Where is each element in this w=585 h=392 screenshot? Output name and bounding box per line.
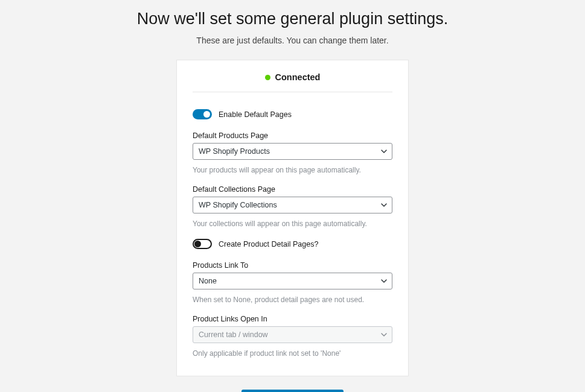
- products-link-to-label: Products Link To: [193, 261, 392, 270]
- links-open-in-select: Current tab / window: [193, 326, 392, 343]
- products-page-select[interactable]: WP Shopify Products: [193, 143, 392, 160]
- page-subtitle: These are just defaults. You can change …: [196, 36, 388, 45]
- links-open-in-label: Product Links Open In: [193, 315, 392, 323]
- collections-page-label: Default Collections Page: [193, 185, 392, 194]
- products-page-label: Default Products Page: [193, 131, 392, 140]
- products-link-to-help: When set to None, product detail pages a…: [193, 296, 392, 304]
- page-title: Now we'll set some general plugin settin…: [137, 10, 448, 28]
- collections-page-select[interactable]: WP Shopify Collections: [193, 197, 392, 213]
- products-link-to-select[interactable]: None: [193, 273, 392, 289]
- create-detail-pages-label: Create Product Detail Pages?: [219, 240, 318, 248]
- footer-nav: Previous Step Continue to Next Step: [176, 390, 409, 392]
- toggle-knob-icon: [194, 241, 201, 247]
- status-text: Connected: [275, 72, 321, 82]
- collections-page-help: Your collections will appear on this pag…: [193, 220, 392, 228]
- connection-status: Connected: [193, 72, 392, 92]
- products-page-help: Your products will appear on this page a…: [193, 166, 392, 174]
- links-open-in-help: Only applicable if product link not set …: [193, 349, 392, 358]
- continue-button[interactable]: Continue to Next Step: [241, 390, 344, 392]
- toggle-knob-icon: [203, 111, 210, 118]
- status-dot-icon: [265, 75, 270, 80]
- enable-default-pages-toggle[interactable]: [193, 109, 212, 119]
- enable-default-pages-label: Enable Default Pages: [219, 110, 292, 119]
- create-detail-pages-toggle[interactable]: [193, 239, 212, 249]
- settings-card: Connected Enable Default Pages Default P…: [176, 60, 409, 376]
